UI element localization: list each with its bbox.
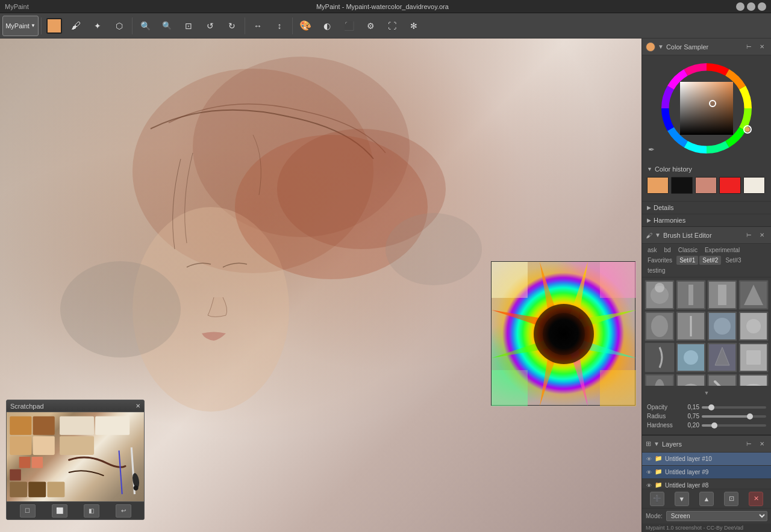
layer-item-0[interactable]: 👁 📁 Untitled layer #10	[642, 453, 771, 466]
color-swatch-button[interactable]	[44, 16, 64, 36]
palette-button[interactable]: ◐	[317, 16, 337, 36]
zoom-fit-button[interactable]: ⊡	[178, 16, 199, 36]
extra-button[interactable]: ✻	[404, 16, 424, 36]
color-wheel-container[interactable]: ✒	[642, 55, 771, 161]
hardness-track[interactable]	[702, 424, 766, 427]
layers-collapse[interactable]: ▼	[654, 441, 660, 447]
flip-horizontal-button[interactable]: ↔	[248, 16, 268, 36]
scratchpad-new-button[interactable]: ☐	[20, 504, 36, 518]
app-menu-button[interactable]: MyPaint	[5, 3, 29, 10]
move-layer-up-button[interactable]: ▲	[699, 492, 714, 506]
scratchpad-load-button[interactable]: ◧	[84, 504, 99, 518]
brush-settings-button[interactable]: ⬛	[339, 16, 359, 36]
color-sampler-pin-button[interactable]: ⊢	[743, 42, 754, 52]
scratchpad-undo-button[interactable]: ↩	[116, 504, 131, 518]
brush-item-1[interactable]	[676, 280, 706, 310]
color-history-header[interactable]: ▼ Color history	[647, 164, 766, 175]
fullscreen-button[interactable]: ⛶	[382, 16, 402, 36]
erase-button[interactable]: ✦	[87, 16, 108, 36]
maximize-button[interactable]	[747, 2, 755, 11]
brush-editor-pin-button[interactable]: ⊢	[743, 230, 754, 241]
brush-editor-collapse[interactable]: ▼	[655, 232, 661, 238]
canvas-area[interactable]: Scratchpad ✕	[0, 39, 641, 532]
brush-item-3[interactable]	[738, 280, 769, 310]
color-sampler-close-button[interactable]: ✕	[757, 42, 767, 52]
brush-panel-collapse-arrow[interactable]: ▼	[702, 388, 711, 398]
layer-item-1[interactable]: 👁 📁 Untitled layer #9	[642, 466, 771, 479]
brush-item-7[interactable]	[738, 311, 769, 341]
color-sampler-collapse[interactable]: ▼	[658, 43, 664, 50]
color-history-swatches	[647, 175, 766, 196]
layers-pin-button[interactable]: ⊢	[743, 439, 754, 450]
flip-vertical-button[interactable]: ↕	[269, 16, 290, 36]
brush-tab-set1[interactable]: Set#1	[676, 256, 698, 265]
brush-item-11[interactable]	[738, 342, 769, 373]
zoom-out-button[interactable]: 🔍	[157, 16, 177, 36]
opacity-value: 0,15	[682, 404, 699, 410]
svg-point-6	[386, 213, 482, 285]
color-swatch-1[interactable]	[671, 177, 693, 194]
color-swatch-0[interactable]	[647, 177, 669, 194]
layer-item-2[interactable]: 👁 📁 Untitled layer #8	[642, 479, 771, 489]
brush-tab-set3[interactable]: Set#3	[722, 256, 744, 265]
brush-tab-set2[interactable]: Set#2	[699, 256, 721, 265]
color-swatch-3[interactable]	[719, 177, 741, 194]
duplicate-layer-button[interactable]: ⊡	[724, 492, 738, 506]
brush-selector-button[interactable]: 🖌	[66, 16, 86, 36]
layer-0-visibility-icon[interactable]: 👁	[645, 455, 653, 463]
brush-tab-classic[interactable]: Classic	[675, 246, 701, 255]
brush-tab-testing[interactable]: testing	[645, 266, 668, 275]
harmonies-row[interactable]: ▶ Harmonies	[642, 214, 771, 226]
details-row[interactable]: ▶ Details	[642, 201, 771, 214]
brush-tab-experimental[interactable]: Experimental	[702, 246, 743, 255]
brush-item-0[interactable]	[645, 280, 675, 310]
radius-track[interactable]	[702, 415, 766, 418]
brush-editor-close-button[interactable]: ✕	[757, 230, 767, 241]
color-wheel[interactable]	[658, 60, 755, 156]
color-picker-button[interactable]: 🎨	[295, 16, 316, 36]
brush-item-2[interactable]	[707, 280, 737, 310]
eyedropper-button[interactable]: ✒	[648, 145, 655, 154]
svg-rect-50	[718, 285, 726, 305]
scratchpad-clear-button[interactable]: ⬜	[52, 504, 67, 518]
scratchpad-close-icon[interactable]: ✕	[136, 403, 140, 409]
brush-item-4[interactable]	[645, 311, 675, 341]
brush-tab-bd[interactable]: bd	[661, 246, 674, 255]
redo-button[interactable]: ↻	[222, 16, 242, 36]
opacity-track[interactable]	[702, 406, 766, 409]
zoom-in-button[interactable]: 🔍	[135, 16, 155, 36]
undo-button[interactable]: ↺	[200, 16, 220, 36]
brush-tab-ask[interactable]: ask	[645, 246, 660, 255]
scratchpad-canvas[interactable]	[7, 412, 144, 501]
color-swatch-2[interactable]	[695, 177, 717, 194]
layer-2-visibility-icon[interactable]: 👁	[645, 481, 653, 489]
hardness-thumb[interactable]	[711, 422, 717, 428]
layers-close-button[interactable]: ✕	[757, 439, 767, 450]
scratchpad-title-bar[interactable]: Scratchpad ✕	[7, 400, 144, 412]
settings-button[interactable]: ⚙	[360, 16, 381, 36]
blend-mode-select[interactable]: Normal Multiply Screen Overlay Hard Ligh…	[666, 511, 767, 521]
app-dropdown-button[interactable]: MyPaint ▼	[2, 16, 39, 36]
color-swatch-4[interactable]	[743, 177, 765, 194]
brush-item-10[interactable]	[707, 342, 737, 373]
delete-layer-button[interactable]: ✕	[749, 492, 763, 506]
opacity-thumb[interactable]	[708, 404, 714, 410]
brush-test-area	[491, 261, 635, 406]
brush-item-9[interactable]	[676, 342, 706, 373]
app-dropdown-arrow: ▼	[31, 23, 36, 28]
brush-item-13[interactable]	[676, 374, 706, 386]
close-button[interactable]	[758, 2, 766, 11]
add-layer-button[interactable]: ➕	[650, 492, 664, 506]
layer-1-visibility-icon[interactable]: 👁	[645, 468, 653, 477]
radius-thumb[interactable]	[747, 413, 753, 419]
move-layer-down-button[interactable]: ▼	[675, 492, 689, 506]
smudge-button[interactable]: ⬡	[109, 16, 130, 36]
brush-item-6[interactable]	[707, 311, 737, 341]
brush-item-12[interactable]	[645, 374, 675, 386]
brush-item-15[interactable]	[738, 374, 769, 386]
brush-item-8[interactable]	[645, 342, 675, 373]
brush-item-14[interactable]	[707, 374, 737, 386]
brush-item-5[interactable]	[676, 311, 706, 341]
minimize-button[interactable]	[736, 2, 744, 11]
brush-tab-favorites[interactable]: Favorites	[645, 256, 675, 265]
